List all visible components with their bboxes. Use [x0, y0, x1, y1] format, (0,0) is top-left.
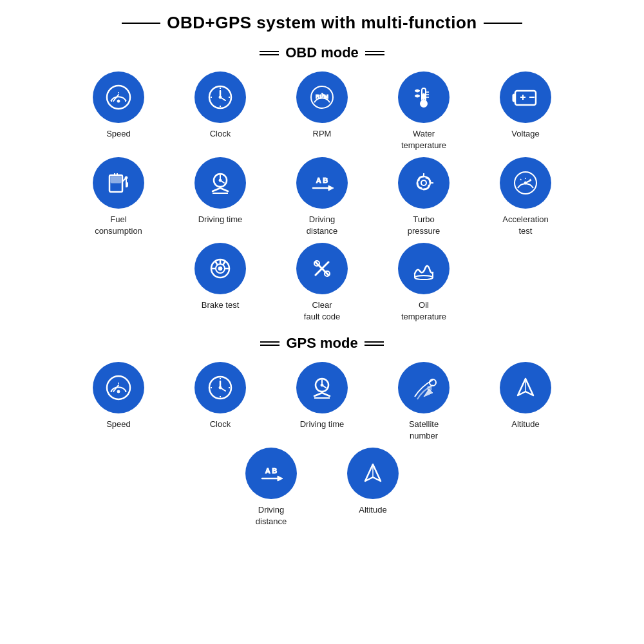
- driving-time-icon: [194, 157, 246, 209]
- svg-marker-84: [278, 476, 283, 481]
- icon-item-driving-distance: A B Driving distance: [223, 448, 319, 527]
- icon-label-driving-distance: Driving distance: [307, 214, 337, 236]
- fault-code-icon: [296, 243, 348, 294]
- brake-icon: [194, 243, 246, 294]
- svg-point-76: [321, 384, 323, 386]
- icon-item-clock: Clock: [172, 71, 269, 151]
- svg-rect-29: [111, 176, 121, 183]
- rpm-icon: RPM: [296, 71, 348, 123]
- icon-label-voltage: Voltage: [511, 128, 539, 140]
- driving-time-icon: [296, 362, 348, 413]
- speed-icon: [93, 362, 144, 413]
- icon-label-acceleration: Acceleration test: [502, 214, 549, 236]
- icon-label-turbo: Turbo pressure: [408, 214, 440, 236]
- svg-point-58: [415, 276, 433, 279]
- svg-rect-24: [513, 94, 515, 102]
- icon-label-altitude: Altitude: [359, 504, 386, 516]
- icon-label-fuel: Fuel consumption: [95, 214, 142, 236]
- icon-item-water-temp: Water temperature: [375, 71, 472, 151]
- oil-temp-icon: [398, 243, 450, 294]
- svg-point-32: [125, 176, 128, 179]
- gps-dbl-line-left: [260, 341, 279, 346]
- icon-item-fuel: Fuel consumption: [70, 157, 167, 236]
- icon-label-altitude: Altitude: [511, 419, 539, 430]
- voltage-icon: [500, 71, 551, 123]
- icon-item-fault-code: Clear fault code: [274, 243, 370, 322]
- main-title: OBD+GPS system with multi-function: [122, 13, 522, 33]
- icon-item-driving-time: Driving time: [172, 157, 269, 236]
- svg-marker-79: [428, 386, 431, 390]
- svg-point-19: [421, 100, 427, 107]
- icon-label-driving-distance: Driving distance: [256, 504, 287, 527]
- obd-row-2: Fuel consumption Driving time A B Drivin…: [45, 157, 599, 236]
- satellite-icon: [398, 362, 450, 413]
- icon-item-brake: Brake test: [172, 243, 269, 322]
- svg-point-9: [219, 96, 222, 99]
- fuel-icon: [93, 157, 144, 209]
- icon-label-clock: Clock: [210, 128, 231, 140]
- svg-text:A B: A B: [265, 467, 278, 475]
- icon-item-oil-temp: Oil temperature: [375, 243, 472, 322]
- icon-item-clock: Clock: [172, 362, 269, 441]
- icon-label-speed: Speed: [106, 128, 131, 140]
- svg-point-50: [524, 182, 527, 184]
- icon-item-speed: Speed: [70, 71, 167, 151]
- altitude-icon: [347, 448, 399, 499]
- icon-item-rpm: RPM RPM: [274, 71, 370, 151]
- icon-item-speed: Speed: [70, 362, 167, 441]
- icon-item-altitude: Altitude: [325, 448, 421, 527]
- gps-mode-title: GPS mode: [260, 335, 383, 352]
- clock-icon: [194, 71, 246, 123]
- icon-item-satellite: Satellite number: [375, 362, 472, 441]
- svg-point-53: [218, 267, 222, 270]
- obd-row-3: Brake test Clear fault code Oil temperat…: [45, 243, 599, 322]
- svg-line-47: [520, 179, 522, 180]
- icon-label-brake: Brake test: [202, 299, 240, 311]
- icon-label-driving-time: Driving time: [300, 419, 345, 430]
- altitude-icon: [500, 362, 551, 413]
- title-line-left: [122, 23, 160, 24]
- svg-point-42: [421, 180, 426, 185]
- gps-row-1: Speed Clock Driving time Satellite numbe…: [45, 362, 599, 441]
- dbl-line-right: [365, 51, 384, 55]
- obd-mode-title: OBD mode: [260, 44, 384, 61]
- acceleration-icon: [500, 157, 551, 209]
- water-temp-icon: [398, 71, 450, 123]
- icon-label-clock: Clock: [210, 419, 231, 430]
- clock-icon: [194, 362, 246, 413]
- gps-row-2: A B Driving distance Altitude: [45, 448, 599, 527]
- icon-label-oil-temp: Oil temperature: [401, 299, 446, 322]
- icon-label-water-temp: Water temperature: [401, 128, 446, 151]
- driving-distance-icon: A B: [245, 448, 297, 499]
- dbl-line-left: [260, 51, 279, 55]
- icon-item-driving-distance: A B Driving distance: [274, 157, 370, 236]
- icon-label-satellite: Satellite number: [409, 419, 439, 441]
- icon-label-fault-code: Clear fault code: [304, 299, 340, 322]
- speed-icon: [93, 71, 144, 123]
- icon-label-driving-time: Driving time: [198, 214, 243, 225]
- gps-dbl-line-right: [365, 341, 384, 346]
- obd-row-1: Speed Clock RPM RPM Water temperature Vo…: [45, 71, 599, 151]
- svg-marker-40: [328, 185, 334, 191]
- icon-label-rpm: RPM: [313, 128, 332, 140]
- svg-point-68: [219, 386, 222, 389]
- title-text: OBD+GPS system with multi-function: [167, 13, 477, 33]
- icon-label-speed: Speed: [106, 419, 131, 430]
- svg-point-2: [117, 100, 120, 102]
- icon-item-acceleration: Acceleration test: [477, 157, 574, 236]
- svg-rect-18: [423, 93, 425, 100]
- driving-distance-icon: A B: [296, 157, 348, 209]
- icon-item-altitude: Altitude: [477, 362, 574, 441]
- icon-item-turbo: Turbo pressure: [375, 157, 472, 236]
- turbo-icon: [398, 157, 450, 209]
- icon-item-driving-time: Driving time: [274, 362, 370, 441]
- icon-item-voltage: Voltage: [477, 71, 574, 151]
- svg-point-36: [219, 179, 222, 182]
- svg-point-61: [117, 390, 120, 393]
- svg-text:A B: A B: [316, 176, 328, 184]
- title-line-right: [484, 23, 522, 24]
